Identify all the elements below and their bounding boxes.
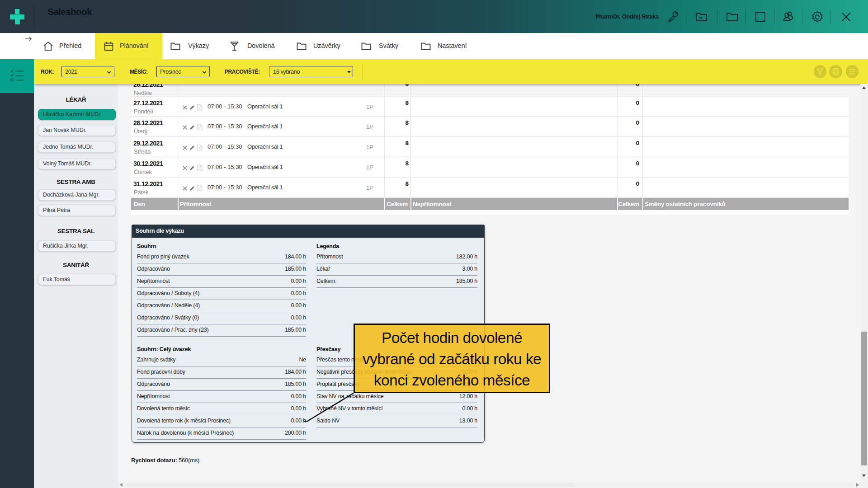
svg-text:N: N: [699, 16, 702, 20]
